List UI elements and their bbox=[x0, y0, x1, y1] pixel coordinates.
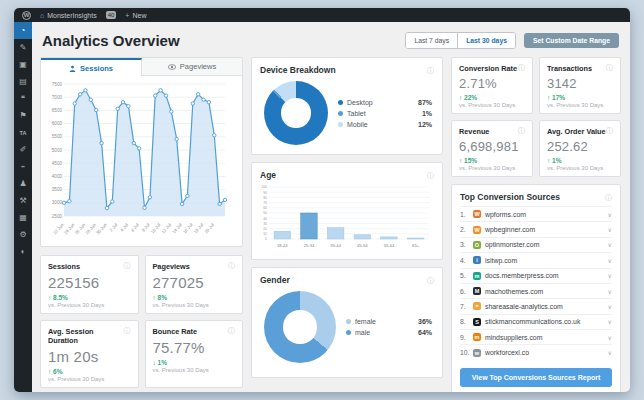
sidebar-item-users[interactable]: ♟ bbox=[14, 175, 32, 192]
sidebar-item-plugins[interactable]: ⌁ bbox=[14, 158, 32, 175]
last-30-days-button[interactable]: Last 30 days bbox=[457, 33, 515, 48]
source-domain: workforcexl.co bbox=[485, 349, 529, 356]
sidebar-item-pages[interactable]: ▤ bbox=[14, 73, 32, 90]
svg-text:6500: 6500 bbox=[52, 108, 63, 113]
chart-tabs: Sessions Pageviews bbox=[41, 58, 242, 76]
source-row-wpbeginner-com[interactable]: 2.Wwpbeginner.com∨ bbox=[460, 221, 612, 236]
source-row-mindsuppliers-com[interactable]: 9.mmindsuppliers.com∨ bbox=[460, 329, 612, 344]
svg-text:6000: 6000 bbox=[52, 121, 63, 126]
chevron-down-icon[interactable]: ∨ bbox=[608, 241, 612, 248]
source-row-workforcexl-co[interactable]: 10.wworkforcexl.co∨ bbox=[460, 344, 612, 359]
site-favicon-icon: S bbox=[473, 318, 481, 326]
legend-label: female bbox=[355, 318, 376, 325]
site-favicon-icon: m bbox=[473, 333, 481, 341]
info-icon[interactable]: ⓘ bbox=[427, 172, 434, 179]
traffic-stats-grid: Sessionsⓘ225156↑ 8.5%vs. Previous 30 Day… bbox=[40, 255, 243, 388]
chevron-down-icon[interactable]: ∨ bbox=[608, 257, 612, 264]
info-icon[interactable]: ⓘ bbox=[606, 127, 613, 134]
info-icon[interactable]: ⓘ bbox=[228, 262, 235, 269]
last-7-days-button[interactable]: Last 7 days bbox=[406, 33, 457, 48]
stat-change: ↑ 6% bbox=[48, 368, 131, 375]
sidebar-item-appearance[interactable]: ✐ bbox=[14, 141, 32, 158]
sidebar-item-modules[interactable]: ▦ bbox=[14, 209, 32, 226]
device-breakdown-legend: Desktop87%Tablet1%Mobile12% bbox=[338, 97, 432, 130]
date-range-segmented-control: Last 7 days Last 30 days bbox=[405, 32, 516, 49]
sidebar-item-settings[interactable]: ⚙ bbox=[14, 226, 32, 243]
main-content: Analytics Overview Last 7 days Last 30 d… bbox=[32, 22, 630, 392]
wp-admin-bar: W ⌂ MonsterInsights 40 + New bbox=[14, 8, 630, 22]
legend-label: Mobile bbox=[347, 121, 368, 128]
chevron-down-icon[interactable]: ∨ bbox=[608, 318, 612, 325]
stat-value: 225156 bbox=[48, 274, 131, 291]
sidebar-item-feedback[interactable]: ⚑ bbox=[14, 107, 32, 124]
info-icon[interactable]: ⓘ bbox=[606, 64, 613, 71]
source-row-isitwp-com[interactable]: 4.iisitwp.com∨ bbox=[460, 252, 612, 267]
source-row-shareasale-analytics-com[interactable]: 7.✶shareasale-analytics.com∨ bbox=[460, 298, 612, 313]
source-row-stickmancommunications-co-uk[interactable]: 8.Sstickmancommunications.co.uk∨ bbox=[460, 314, 612, 329]
sidebar-item-comments[interactable]: ❝ bbox=[14, 90, 32, 107]
source-rank: 2. bbox=[460, 226, 469, 233]
source-row-docs-memberpress-com[interactable]: 5.mdocs.memberpress.com∨ bbox=[460, 268, 612, 283]
stat-comparison-label: vs. Previous 30 Days bbox=[459, 165, 525, 171]
tab-sessions[interactable]: Sessions bbox=[41, 58, 142, 76]
stat-comparison-label: vs. Previous 30 Days bbox=[48, 376, 131, 382]
chevron-down-icon[interactable]: ∨ bbox=[608, 272, 612, 279]
svg-text:55-64: 55-64 bbox=[384, 243, 395, 248]
chevron-down-icon[interactable]: ∨ bbox=[608, 334, 612, 341]
stat-card-avg-order-value: Avg. Order Valueⓘ252.62↑ 1%vs. Previous … bbox=[539, 120, 621, 177]
svg-text:10: 10 bbox=[263, 232, 267, 236]
stat-comparison-label: vs. Previous 30 Days bbox=[547, 165, 613, 171]
view-top-sources-report-button[interactable]: View Top Conversions Sources Report bbox=[460, 368, 612, 387]
info-icon[interactable]: ⓘ bbox=[228, 327, 235, 334]
sidebar-item-posts[interactable]: ✎ bbox=[14, 39, 32, 56]
new-content-menu[interactable]: + New bbox=[125, 12, 146, 19]
svg-text:2500: 2500 bbox=[52, 214, 63, 219]
info-icon[interactable]: ⓘ bbox=[427, 67, 434, 74]
info-icon[interactable]: ⓘ bbox=[518, 127, 525, 134]
device-breakdown-donut bbox=[264, 81, 328, 145]
set-custom-date-range-button[interactable]: Set Custom Date Range bbox=[524, 33, 619, 48]
source-domain: docs.memberpress.com bbox=[485, 272, 559, 279]
source-row-machothemes-com[interactable]: 6.Mmachothemes.com∨ bbox=[460, 283, 612, 298]
sessions-line-chart: 2500300035004000450050005500600065007000… bbox=[41, 76, 242, 246]
svg-text:6 Jul: 6 Jul bbox=[130, 222, 140, 232]
chevron-down-icon[interactable]: ∨ bbox=[608, 211, 612, 218]
wordpress-logo-icon: W bbox=[22, 11, 31, 20]
legend-dot-icon bbox=[338, 122, 343, 127]
stat-value: 277025 bbox=[153, 274, 236, 291]
info-icon[interactable]: ⓘ bbox=[605, 194, 612, 201]
sidebar-item-collapse-menu[interactable]: ◐ bbox=[14, 243, 32, 260]
site-favicon-icon: O bbox=[473, 241, 481, 249]
source-rank: 7. bbox=[460, 303, 469, 310]
chevron-down-icon[interactable]: ∨ bbox=[608, 303, 612, 310]
home-icon: ⌂ bbox=[40, 12, 44, 19]
chevron-down-icon[interactable]: ∨ bbox=[608, 349, 612, 356]
gender-donut-chart: female36%male64% bbox=[252, 289, 442, 377]
stat-label: Pageviews bbox=[153, 262, 190, 271]
info-icon[interactable]: ⓘ bbox=[124, 327, 131, 334]
sidebar-item-thirstyaffiliates[interactable]: TA bbox=[14, 124, 32, 141]
tab-pageviews[interactable]: Pageviews bbox=[142, 58, 242, 76]
source-rank: 10. bbox=[460, 349, 469, 356]
svg-text:90: 90 bbox=[263, 191, 267, 195]
info-icon[interactable]: ⓘ bbox=[518, 64, 525, 71]
sidebar-item-tools[interactable]: ⚒ bbox=[14, 192, 32, 209]
stat-value: 252.62 bbox=[547, 139, 613, 154]
info-icon[interactable]: ⓘ bbox=[124, 262, 131, 269]
site-menu[interactable]: ⌂ MonsterInsights bbox=[40, 12, 97, 19]
svg-text:100: 100 bbox=[261, 185, 267, 189]
tools-icon: ⚒ bbox=[19, 196, 26, 205]
svg-text:10 Jul: 10 Jul bbox=[150, 222, 162, 234]
stat-change: ↓ 1% bbox=[153, 359, 236, 366]
gender-title: Gender bbox=[260, 275, 290, 285]
sidebar-item-dashboard[interactable]: ◔ bbox=[14, 22, 32, 39]
comments-menu[interactable]: 40 bbox=[106, 11, 117, 19]
source-row-optinmonster-com[interactable]: 3.Ooptinmonster.com∨ bbox=[460, 237, 612, 252]
chevron-down-icon[interactable]: ∨ bbox=[608, 226, 612, 233]
info-icon[interactable]: ⓘ bbox=[427, 277, 434, 284]
source-row-wpforms-com[interactable]: 1.Wwpforms.com∨ bbox=[460, 206, 612, 221]
stat-change: ↑ 17% bbox=[547, 94, 613, 101]
chevron-down-icon[interactable]: ∨ bbox=[608, 288, 612, 295]
wp-logo-menu[interactable]: W bbox=[22, 11, 31, 20]
sidebar-item-media[interactable]: ▣ bbox=[14, 56, 32, 73]
